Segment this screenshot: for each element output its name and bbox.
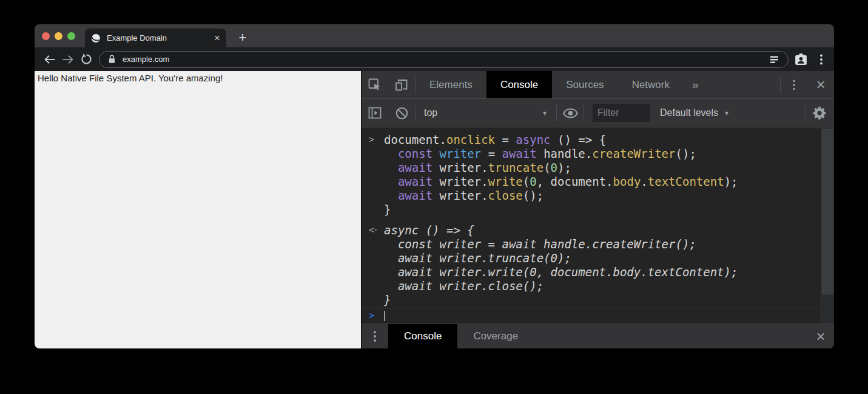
drawer-close-button[interactable]: × (807, 324, 834, 348)
prompt-marker: > (362, 309, 384, 323)
context-selector[interactable]: top ▼ (415, 107, 556, 118)
panel-toggle-icon (367, 105, 383, 121)
code-line: await writer.write(0, document.body.text… (384, 265, 738, 279)
back-button[interactable] (41, 50, 59, 69)
device-toolbar-button[interactable] (388, 71, 415, 98)
code-line: async () => { (384, 223, 738, 237)
arrow-left-icon (42, 52, 57, 67)
code-line: document.onclick = async () => { (384, 133, 738, 147)
text-caret (384, 311, 385, 321)
drawer-menu-button[interactable] (362, 324, 388, 348)
code-line: } (384, 293, 738, 307)
scrollbar-thumb[interactable] (822, 129, 833, 294)
chevron-down-icon: ▼ (542, 110, 548, 117)
tab-title: Example Domain (107, 33, 214, 42)
console-prompt[interactable]: > (362, 308, 834, 324)
code-line: const writer = await handle.createWriter… (384, 237, 738, 251)
filter-input[interactable] (593, 104, 650, 122)
traffic-lights (42, 24, 75, 47)
reload-icon (79, 52, 93, 66)
zoom-window-button[interactable] (67, 32, 75, 40)
browser-menu-button[interactable] (815, 53, 828, 66)
tab-strip: Example Domain × + (35, 24, 834, 47)
console-messages: > document.onclick = async () => { const… (362, 127, 834, 308)
drawer-tab-console[interactable]: Console (388, 324, 457, 348)
inspect-element-button[interactable] (362, 71, 388, 98)
devtools-tabbar: Elements Console Sources Network » × (362, 71, 834, 99)
console-scrollbar[interactable] (821, 127, 834, 324)
code-line: await writer.write(0, document.body.text… (384, 175, 738, 189)
tab-close-button[interactable]: × (214, 33, 220, 43)
devtools-close-button[interactable]: × (807, 71, 834, 98)
kebab-menu-icon (788, 79, 800, 91)
tab-elements[interactable]: Elements (415, 71, 486, 98)
omnibox[interactable]: example.com (99, 51, 789, 68)
page-content: Hello Native File System API. You're ama… (35, 71, 361, 348)
log-levels-label: Default levels (660, 107, 718, 118)
tab-network[interactable]: Network (618, 71, 684, 98)
inspect-cursor-icon (367, 77, 383, 93)
more-tabs-button[interactable]: » (684, 71, 707, 98)
log-levels-dropdown[interactable]: Default levels ▼ (658, 107, 738, 118)
drawer-tab-coverage[interactable]: Coverage (457, 324, 534, 348)
tab-sources[interactable]: Sources (552, 71, 617, 98)
lock-icon (107, 53, 117, 65)
console-settings-button[interactable] (806, 105, 833, 121)
block-icon (394, 106, 409, 121)
clear-console-button[interactable] (388, 106, 415, 121)
code-line: await writer.close(); (384, 189, 738, 203)
command-marker: > (362, 133, 384, 217)
chevron-down-icon: ▼ (724, 110, 730, 117)
live-expression-button[interactable] (557, 105, 584, 121)
page-body-text: Hello Native File System API. You're ama… (38, 73, 223, 83)
kebab-menu-icon (369, 330, 381, 343)
result-marker: <· (362, 223, 384, 307)
devtools-drawer: Console Coverage × (362, 324, 834, 348)
minimize-window-button[interactable] (55, 32, 62, 40)
console-result-entry: <· async () => { const writer = await ha… (362, 222, 834, 308)
code-line: await writer.close(); (384, 279, 738, 293)
context-label: top (424, 107, 437, 118)
console-sidebar-toggle-button[interactable] (362, 105, 388, 121)
new-tab-button[interactable]: + (234, 29, 252, 47)
browser-tab[interactable]: Example Domain × (85, 29, 226, 47)
close-window-button[interactable] (42, 32, 50, 40)
gear-icon (812, 105, 827, 121)
eye-icon (562, 105, 579, 121)
arrow-right-icon (61, 52, 75, 67)
forward-button[interactable] (59, 50, 77, 69)
code-line: } (384, 203, 738, 217)
code-line: await writer.truncate(0); (384, 161, 738, 175)
devtools-panel: Elements Console Sources Network » × (361, 71, 834, 348)
console-toolbar: top ▼ Default levels ▼ (362, 99, 834, 127)
omnibox-list-icon[interactable] (769, 53, 781, 66)
person-badge-icon (793, 52, 809, 67)
devtools-menu-button[interactable] (781, 71, 807, 98)
device-toolbar-icon (394, 77, 409, 93)
url-text: example.com (123, 55, 169, 64)
globe-favicon-icon (91, 33, 101, 43)
browser-window: Example Domain × + (35, 24, 834, 348)
reload-button[interactable] (77, 50, 95, 69)
tab-console[interactable]: Console (486, 71, 552, 98)
address-toolbar: example.com (35, 47, 834, 71)
console-command-entry: > document.onclick = async () => { const… (362, 131, 834, 219)
console-pane: > document.onclick = async () => { const… (362, 127, 834, 324)
profile-button[interactable] (793, 52, 809, 67)
kebab-menu-icon (815, 53, 828, 66)
console-command-code: document.onclick = async () => { const w… (384, 133, 738, 217)
code-line: const writer = await handle.createWriter… (384, 147, 738, 161)
code-line: await writer.truncate(0); (384, 251, 738, 265)
console-result-code: async () => { const writer = await handl… (384, 223, 738, 307)
